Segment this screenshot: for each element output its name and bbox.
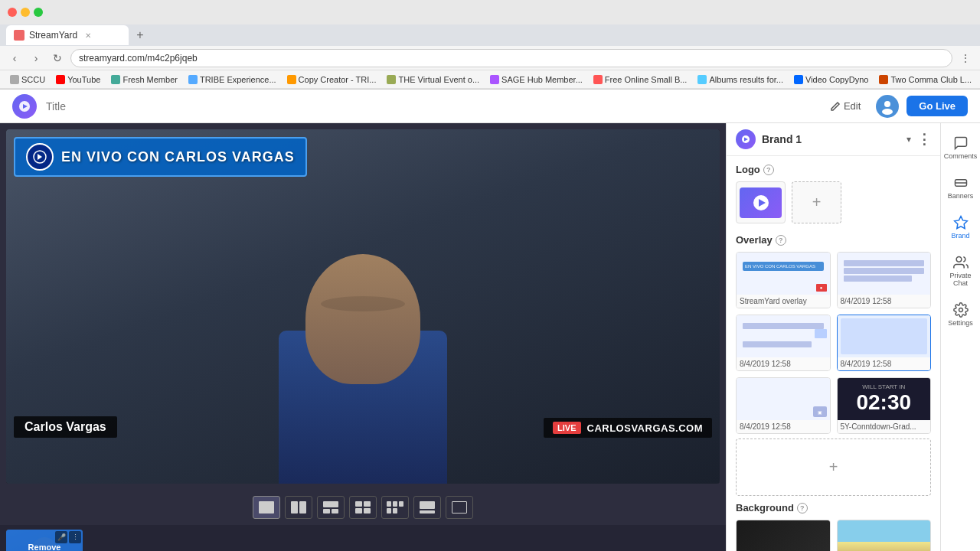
overlay-info-icon[interactable]: ? <box>776 235 786 246</box>
layout-four-btn[interactable] <box>349 496 377 519</box>
layout-single-btn[interactable] <box>253 496 280 519</box>
bookmarks-bar: SCCU YouTube Fresh Member TRIBE Experien… <box>0 70 980 89</box>
layout-four-icon <box>355 501 371 514</box>
live-badge: LIVE <box>553 422 580 434</box>
overlay-thumb-6[interactable]: Will Start In 02:30 5Y-Conntdown-Grad... <box>837 377 932 434</box>
video-overlay-banner: EN VIVO CON CARLOS VARGAS <box>14 137 712 179</box>
svg-point-24 <box>959 308 962 312</box>
brand-btn[interactable]: Brand <box>942 209 979 246</box>
comments-icon <box>953 135 969 151</box>
bookmark-albums[interactable]: Albums results for... <box>694 74 787 85</box>
overlay-thumb-label-6: 5Y-Conntdown-Grad... <box>838 420 931 433</box>
layout-three-btn[interactable] <box>317 496 345 519</box>
bg-info-icon[interactable]: ? <box>797 503 808 514</box>
logo-thumb-existing[interactable] <box>736 181 786 223</box>
bookmark-sage[interactable]: SAGE Hub Member... <box>486 74 586 85</box>
banners-btn[interactable]: Banners <box>942 169 979 206</box>
participant-controls: 🎤 ⋮ <box>55 531 81 543</box>
overlay-thumb-5[interactable]: ▣ 8/4/2019 12:58 <box>736 377 831 434</box>
title-input[interactable] <box>46 100 815 112</box>
bg-thumb-img-2 <box>838 520 931 551</box>
svg-point-3 <box>882 109 893 115</box>
countdown-number: 02:30 <box>856 390 911 415</box>
settings-btn[interactable]: Settings <box>942 296 979 333</box>
back-btn[interactable]: ‹ <box>6 50 23 67</box>
bg-thumb-2[interactable]: 8/4/2019 13:02 <box>837 520 932 551</box>
overlay-thumb-img-2 <box>838 253 931 295</box>
layout-two-icon <box>291 501 306 514</box>
tab-close-btn[interactable]: ✕ <box>85 31 91 40</box>
participant-card[interactable]: Remove 🎤 ⋮ Carlos Vargas <box>6 530 83 551</box>
main-layout: EN VIVO CON CARLOS VARGAS Carlos Vargas … <box>0 123 980 551</box>
bookmark-copy[interactable]: Copy Creator - TRI... <box>283 74 381 85</box>
face-area <box>305 254 420 384</box>
go-live-btn[interactable]: Go Live <box>906 96 968 116</box>
bookmark-freeonline[interactable]: Free Online Small B... <box>590 74 691 85</box>
participant-more-btn[interactable]: ⋮ <box>69 531 81 543</box>
comments-btn[interactable]: Comments <box>942 129 979 166</box>
overlay-thumb-img-5: ▣ <box>737 378 830 420</box>
reload-btn[interactable]: ↻ <box>49 50 66 67</box>
private-chat-btn[interactable]: Private Chat <box>942 249 979 293</box>
overlay-thumb-4[interactable]: 8/4/2019 12:58 <box>837 315 932 371</box>
overlay-section-label: Overlay ? <box>736 234 931 246</box>
overlay-add-btn[interactable]: + <box>736 439 931 496</box>
brand-dropdown-btn[interactable]: ▾ <box>906 134 911 145</box>
right-sidebar: Brand 1 ▾ ⋮ Logo ? + <box>726 123 940 551</box>
svg-point-2 <box>884 101 890 107</box>
edit-btn[interactable]: Edit <box>824 97 867 115</box>
brand-more-btn[interactable]: ⋮ <box>917 131 931 148</box>
bookmark-fresh[interactable]: Fresh Member <box>107 74 181 85</box>
layout-none-icon <box>452 501 467 514</box>
extensions-btn[interactable]: ⋮ <box>957 50 974 67</box>
banners-icon <box>953 175 969 191</box>
layout-two-btn[interactable] <box>285 496 312 519</box>
private-chat-icon <box>953 255 969 270</box>
bg-grid: Leaves background 8/4/2019 13:02 <box>736 520 931 551</box>
settings-label: Settings <box>948 319 973 327</box>
bookmark-sccu[interactable]: SCCU <box>6 74 49 85</box>
nav-bar: ‹ › ↻ ⋮ <box>0 46 980 70</box>
bookmark-video[interactable]: Video CopyDyno <box>790 74 872 85</box>
maximize-window-btn[interactable] <box>34 8 43 17</box>
url-bar[interactable] <box>70 49 952 67</box>
browser-tab-streamyard[interactable]: StreamYard ✕ <box>6 25 129 45</box>
logo-add-btn[interactable]: + <box>792 181 841 223</box>
overlay-thumb-2[interactable]: 8/4/2019 12:58 <box>837 252 932 308</box>
bookmark-two[interactable]: Two Comma Club L... <box>875 74 975 85</box>
overlay-thumb-1[interactable]: EN VIVO CON CARLOS VARGAS ● StreamYard o… <box>736 252 831 308</box>
banners-label: Banners <box>948 192 974 200</box>
sidebar-content: Logo ? + Overlay ? <box>727 156 940 551</box>
layout-banner-icon <box>420 501 435 514</box>
private-chat-label: Private Chat <box>946 272 976 287</box>
bg-section-label: Background ? <box>736 502 931 514</box>
icon-rail: Comments Banners Brand Private Chat <box>940 123 980 551</box>
brand-header: Brand 1 ▾ ⋮ <box>727 123 940 156</box>
forward-btn[interactable]: › <box>28 50 44 67</box>
logo-section-label: Logo ? <box>736 164 931 175</box>
participant-mic-btn[interactable]: 🎤 <box>55 531 67 543</box>
bookmark-tribe[interactable]: TRIBE Experience... <box>185 74 280 85</box>
overlay-thumb-label-1: StreamYard overlay <box>737 295 830 308</box>
overlay-thumb-label-3: 8/4/2019 12:58 <box>737 357 830 370</box>
minimize-window-btn[interactable] <box>21 8 30 17</box>
layout-banner-btn[interactable] <box>413 496 441 519</box>
overlay-icon <box>26 143 54 171</box>
layout-none-btn[interactable] <box>446 496 473 519</box>
tab-favicon <box>14 30 24 41</box>
user-avatar[interactable] <box>876 95 899 118</box>
bookmark-youtube[interactable]: YouTube <box>52 74 104 85</box>
app-logo <box>12 94 37 119</box>
header-right: Go Live <box>876 95 968 118</box>
overlay-thumb-3[interactable]: 8/4/2019 12:58 <box>736 315 831 371</box>
close-window-btn[interactable] <box>8 8 17 17</box>
layout-five-btn[interactable] <box>381 496 409 519</box>
bg-section: Background ? Leaves background 8/4/2019 … <box>736 502 931 551</box>
window-controls <box>8 8 43 17</box>
bookmark-virtual[interactable]: THE Virtual Event o... <box>383 74 483 85</box>
logo-info-icon[interactable]: ? <box>763 165 774 175</box>
new-tab-btn[interactable]: + <box>132 27 149 44</box>
overlay-thumb-img-4 <box>838 315 931 357</box>
countdown-display: Will Start In 02:30 <box>838 378 931 420</box>
bg-thumb-1[interactable]: Leaves background <box>736 520 831 551</box>
